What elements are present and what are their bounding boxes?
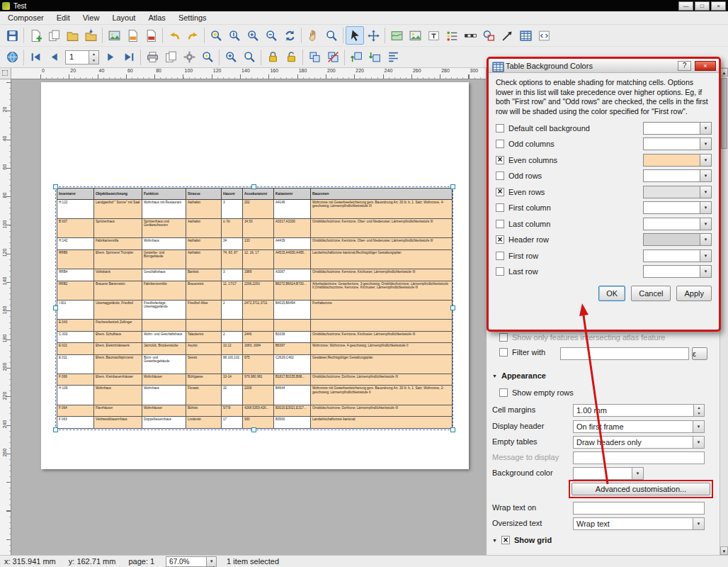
zoom-to-selection-button[interactable] <box>222 48 240 67</box>
pan-button[interactable] <box>304 26 322 45</box>
composition-canvas[interactable]: InventarnrObjektbezeichnungFunktionStras… <box>11 79 486 555</box>
add-map-button[interactable] <box>387 26 406 45</box>
move-item-content-button[interactable] <box>364 26 382 45</box>
add-label-button[interactable] <box>424 26 443 45</box>
load-template-button[interactable] <box>81 26 100 45</box>
option-checkbox[interactable] <box>496 172 504 180</box>
option-checkbox[interactable] <box>496 124 504 133</box>
selection-handle[interactable] <box>251 427 256 432</box>
menu-item[interactable]: View <box>76 12 106 23</box>
export-pdf-button[interactable] <box>142 26 160 45</box>
color-dropdown[interactable]: ▼ <box>643 186 712 198</box>
group-items-button[interactable] <box>305 48 324 67</box>
show-grid-section-header[interactable]: ▼ Show grid <box>492 536 552 544</box>
zoom-to-width-button[interactable] <box>240 48 258 67</box>
preview-atlas-button[interactable] <box>198 48 217 67</box>
apply-button[interactable]: Apply <box>676 286 712 301</box>
color-dropdown[interactable]: ▼ <box>643 137 712 150</box>
color-dropdown[interactable]: ▼ <box>643 122 712 135</box>
ungroup-items-button[interactable] <box>324 48 342 67</box>
maximize-button[interactable]: □ <box>695 1 710 11</box>
appearance-section-header[interactable]: ▼ Appearance <box>492 371 546 380</box>
selection-handle[interactable] <box>53 305 58 310</box>
zoom-level-combobox[interactable]: 67.0% ▼ <box>166 556 217 567</box>
select-move-item-button[interactable] <box>346 26 364 45</box>
refresh-view-button[interactable] <box>280 26 299 45</box>
option-checkbox[interactable] <box>496 220 504 228</box>
menu-item[interactable]: Settings <box>172 12 213 23</box>
scroll-down-icon[interactable]: ▼ <box>720 546 728 555</box>
menu-item[interactable]: Edit <box>50 12 76 23</box>
unlock-all-items-button[interactable] <box>282 48 300 67</box>
color-dropdown[interactable]: ▼ <box>643 169 712 182</box>
atlas-last-feature-button[interactable] <box>120 48 138 67</box>
option-checkbox[interactable] <box>496 156 504 164</box>
atlas-page-spinbox[interactable]: 1▲▼ <box>65 50 99 64</box>
selection-handle[interactable] <box>450 305 455 310</box>
print-atlas-button[interactable] <box>143 48 161 67</box>
atlas-settings-button[interactable] <box>180 48 198 67</box>
option-checkbox[interactable] <box>496 235 504 244</box>
add-image-button[interactable] <box>406 26 424 45</box>
zoom-out-button[interactable] <box>262 26 280 45</box>
selection-handle[interactable] <box>53 184 58 189</box>
atlas-next-feature-button[interactable] <box>101 48 120 67</box>
raise-items-button[interactable] <box>347 48 365 67</box>
option-checkbox[interactable] <box>496 140 504 148</box>
show-grid-checkbox[interactable] <box>501 536 510 544</box>
duplicate-composer-button[interactable] <box>45 26 63 45</box>
filter-expression-input[interactable] <box>560 347 689 360</box>
empty-tables-dropdown[interactable]: Draw headers only ▼ <box>573 436 705 449</box>
menu-item[interactable]: Atlas <box>142 12 171 23</box>
selection-handle[interactable] <box>450 427 455 432</box>
add-attribute-table-button[interactable] <box>516 26 535 45</box>
zoom-region-button[interactable] <box>322 26 341 45</box>
spin-down-icon[interactable]: ▼ <box>694 410 704 416</box>
dialog-help-button[interactable]: ? <box>678 61 691 71</box>
color-dropdown[interactable]: ▼ <box>643 249 712 262</box>
color-dropdown[interactable]: ▼ <box>643 154 712 167</box>
redo-button[interactable] <box>183 26 202 45</box>
undo-button[interactable] <box>165 26 183 45</box>
spin-up-icon[interactable]: ▲ <box>694 405 704 410</box>
oversized-text-dropdown[interactable]: Wrap text ▼ <box>573 517 705 530</box>
spin-arrows[interactable]: ▲▼ <box>693 405 704 416</box>
option-checkbox[interactable] <box>496 188 504 196</box>
selection-handle[interactable] <box>251 184 256 189</box>
option-checkbox[interactable] <box>496 267 504 276</box>
add-legend-button[interactable] <box>443 26 461 45</box>
color-dropdown[interactable]: ▼ <box>643 201 712 214</box>
zoom-100-button[interactable] <box>225 26 244 45</box>
background-color-dropdown[interactable]: ▼ <box>573 467 644 480</box>
color-dropdown[interactable]: ▼ <box>643 265 712 278</box>
align-items-button[interactable] <box>384 48 402 67</box>
zoom-full-button[interactable] <box>207 26 225 45</box>
display-header-dropdown[interactable]: On first frame ▼ <box>573 420 705 433</box>
close-button[interactable]: × <box>711 1 726 11</box>
export-atlas-button[interactable] <box>161 48 180 67</box>
zoom-in-button[interactable] <box>244 26 262 45</box>
composition-page[interactable]: InventarnrObjektbezeichnungFunktionStras… <box>41 82 469 469</box>
option-checkbox[interactable] <box>496 203 504 212</box>
add-arrow-button[interactable] <box>498 26 516 45</box>
cancel-button[interactable]: Cancel <box>631 286 671 301</box>
export-image-button[interactable] <box>105 26 123 45</box>
atlas-first-feature-button[interactable] <box>26 48 45 67</box>
expression-builder-button[interactable]: ε <box>692 347 707 360</box>
selection-handle[interactable] <box>53 427 58 432</box>
atlas-feature-checkbox[interactable] <box>499 333 508 342</box>
lower-items-button[interactable] <box>365 48 384 67</box>
cell-margins-spinbox[interactable]: 1.00 mm ▲▼ <box>573 404 705 417</box>
message-to-display-input[interactable] <box>573 451 705 464</box>
attribute-table-item[interactable]: InventarnrObjektbezeichnungFunktionStras… <box>57 188 452 429</box>
dialog-close-button[interactable]: × <box>695 61 716 71</box>
filter-with-checkbox[interactable] <box>499 348 508 357</box>
menu-item[interactable]: Composer <box>1 12 50 23</box>
lock-selected-items-button[interactable] <box>263 48 282 67</box>
add-html-frame-button[interactable] <box>535 26 553 45</box>
scrollbar-thumb[interactable] <box>721 78 727 149</box>
new-composer-button[interactable] <box>26 26 45 45</box>
atlas-previous-feature-button[interactable] <box>45 48 63 67</box>
add-scalebar-button[interactable] <box>461 26 479 45</box>
dialog-title-bar[interactable]: Table Background Colors ? × <box>489 59 719 73</box>
